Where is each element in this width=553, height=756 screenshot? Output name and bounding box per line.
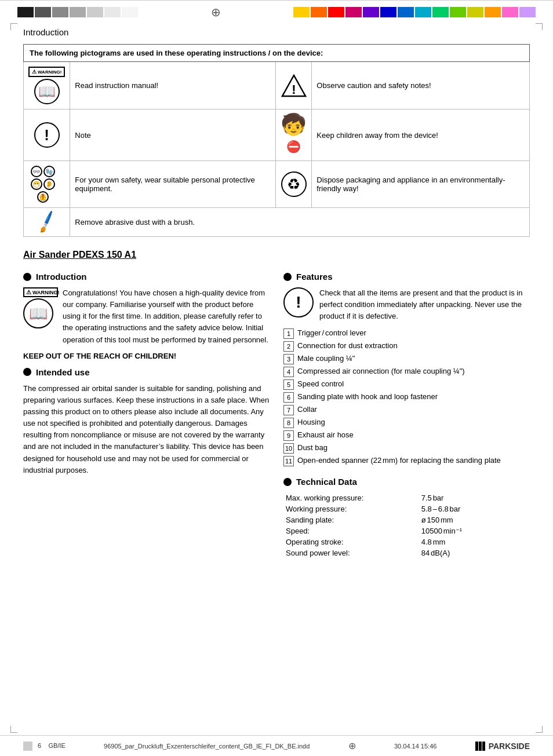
color-swatch [104, 7, 121, 17]
list-item: 1Trigger / control lever [283, 328, 530, 339]
spec-value: 5.8 – 6.8 bar [419, 503, 530, 514]
introduction-section-title: Introduction [23, 272, 270, 282]
right-column: Features ! Check that all the items are … [283, 268, 530, 558]
feature-text: Speed control [297, 379, 344, 389]
color-swatch [293, 7, 310, 17]
warning-triangle-icon: ⚠ [26, 289, 31, 295]
feature-number: 11 [283, 456, 294, 466]
features-section-title: Features [283, 272, 530, 282]
color-swatch [17, 7, 34, 17]
note-circle-icon: ! [283, 287, 314, 317]
introduction-heading: Introduction [36, 272, 86, 282]
picto-read-manual-text: Read instruction manual! [70, 62, 276, 109]
table-row: Operating stroke:4.8 mm [283, 536, 530, 547]
color-swatch [70, 7, 86, 17]
color-swatch [35, 7, 51, 17]
table-row: 🖌️ Remove abrasive dust with a brush. [24, 208, 530, 237]
locale-text: GB/IE [48, 742, 65, 748]
color-swatch [415, 7, 431, 17]
spec-label: Operating stroke: [283, 536, 419, 547]
feature-text: Sanding plate with hook and loop fastene… [297, 392, 438, 402]
picto-recycle-text: Dispose packaging and appliance in an en… [312, 161, 530, 208]
feature-number: 1 [283, 328, 294, 339]
feature-text: Dust bag [297, 443, 328, 453]
list-item: 8Housing [283, 417, 530, 428]
corner-mark-br [536, 726, 543, 733]
spec-value: 10500 min⁻¹ [419, 525, 530, 536]
technical-data-heading: Technical Data [296, 477, 357, 487]
color-swatch [328, 7, 344, 17]
two-column-layout: Introduction ⚠ WARNING! 📖 Congratulation… [23, 268, 530, 558]
technical-data-table: Max. working pressure:7.5 barWorking pre… [283, 492, 530, 558]
intended-use-section-title: Intended use [23, 367, 270, 377]
spec-label: Working pressure: [283, 503, 419, 514]
feature-text: Exhaust air hose [297, 430, 354, 440]
color-swatch [52, 7, 68, 17]
feature-number: 9 [283, 430, 294, 441]
feature-number: 2 [283, 341, 294, 352]
corner-mark-bl [10, 726, 17, 733]
warning-block-icon: ⚠ WARNING! 📖 [23, 287, 58, 328]
color-bar-right [293, 7, 536, 17]
intended-use-heading: Intended use [36, 367, 90, 377]
feature-number: 4 [283, 367, 294, 377]
table-row: ! Note 🧒⛔ Keep children away from the de… [24, 109, 530, 161]
feature-number: 3 [283, 354, 294, 364]
feature-text: Connection for dust extraction [297, 341, 398, 351]
color-bar-left [17, 7, 138, 17]
reg-mark-bottom: ⊕ [348, 740, 356, 751]
pictogram-table-header: The following pictograms are used in the… [24, 45, 530, 62]
color-swatch [485, 7, 501, 17]
svg-text:!: ! [292, 82, 296, 97]
color-swatch [502, 7, 518, 17]
spec-value: 84 dB(A) [419, 547, 530, 558]
list-item: 4Compressed air connection (for male cou… [283, 366, 530, 377]
feature-text: Collar [297, 404, 317, 415]
table-row: 👓 🧤 😷 👂 🦺 For your own safety, wear suit… [24, 161, 530, 208]
table-row: Sound power level:84 dB(A) [283, 547, 530, 558]
brand-name: PARKSIDE [489, 742, 530, 751]
table-row: Sanding plate:ø 150 mm [283, 514, 530, 525]
bullet-icon [283, 478, 292, 486]
spec-value: ø 150 mm [419, 514, 530, 525]
corner-mark-tr [536, 23, 543, 30]
list-item: 11Open-ended spanner (22 mm) for replaci… [283, 455, 530, 466]
list-item: 7Collar [283, 404, 530, 415]
page-title: Introduction [23, 27, 530, 37]
list-item: 2Connection for dust extraction [283, 341, 530, 352]
feature-number: 8 [283, 418, 294, 428]
color-swatch [87, 7, 103, 17]
list-item: 9Exhaust air hose [283, 430, 530, 441]
caution-triangle-icon: ! [276, 62, 312, 109]
list-item: 6Sanding plate with hook and loop fasten… [283, 392, 530, 403]
bullet-icon [23, 273, 31, 281]
recycle-icon: ♻ [276, 161, 312, 208]
picto-note-text: Note [70, 109, 276, 161]
color-swatch [467, 7, 483, 17]
feature-text: Trigger / control lever [297, 328, 366, 338]
spec-value: 7.5 bar [419, 492, 530, 503]
product-title: Air Sander PDEXS 150 A1 [23, 250, 530, 260]
color-swatch [398, 7, 414, 17]
color-swatch [345, 7, 362, 17]
features-list: 1Trigger / control lever2Connection for … [283, 328, 530, 466]
table-row: Speed:10500 min⁻¹ [283, 525, 530, 536]
picto-ppe-text: For your own safety, wear suitable perso… [70, 161, 276, 208]
feature-number: 10 [283, 443, 294, 454]
parkside-logo: PARKSIDE [475, 742, 530, 751]
features-note-block: ! Check that all the items are present a… [283, 287, 530, 322]
bullet-icon [23, 368, 31, 376]
pictogram-table: The following pictograms are used in the… [23, 44, 530, 237]
feature-text: Compressed air connection (for male coup… [297, 366, 465, 377]
feature-text: Housing [297, 417, 325, 428]
feature-text: Male coupling ¼" [297, 353, 355, 364]
brush-icon: 🖌️ [24, 208, 70, 237]
page-content: Introduction The following pictograms ar… [0, 21, 553, 576]
features-note-text: Check that all the items are present and… [319, 287, 530, 322]
registration-mark-top: ⊕ [211, 5, 221, 19]
keep-out-text: KEEP OUT OF THE REACH OF CHILDREN! [23, 352, 270, 360]
table-row: ⚠WARNING! 📖 Read instruction manual! ! O… [24, 62, 530, 109]
color-bar: ⊕ [0, 0, 553, 21]
color-swatch [363, 7, 379, 17]
table-row: Max. working pressure:7.5 bar [283, 492, 530, 503]
